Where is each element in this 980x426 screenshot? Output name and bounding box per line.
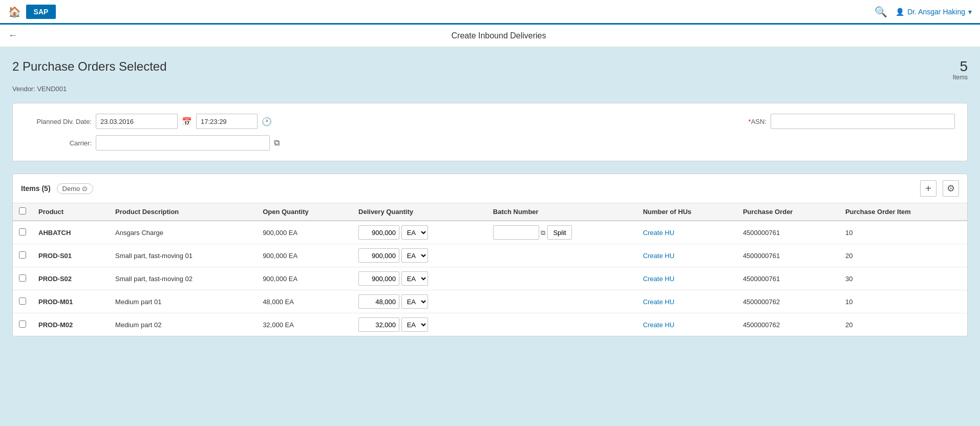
delivery-qty-input[interactable] (358, 294, 399, 309)
row-product: PROD-M01 (32, 290, 109, 313)
row-purchase-order: 4500000761 (737, 267, 839, 290)
delivery-qty-input[interactable] (358, 317, 399, 332)
row-batch-number: ⧉Split (487, 221, 637, 244)
svg-text:SAP: SAP (34, 8, 49, 16)
nav-bar: ← Create Inbound Deliveries (0, 25, 980, 47)
row-purchase-order: 4500000761 (737, 221, 839, 244)
col-delivery-qty: Delivery Quantity (352, 203, 487, 221)
create-hu-link[interactable]: Create HU (643, 275, 674, 283)
carrier-group: Carrier: ⧉ (25, 135, 955, 151)
table-header: Product Product Description Open Quantit… (13, 203, 967, 221)
row-batch-number (487, 313, 637, 336)
search-icon[interactable]: 🔍 (875, 6, 887, 18)
carrier-input[interactable] (96, 135, 270, 151)
select-all-checkbox[interactable] (19, 207, 26, 215)
row-checkbox-cell (13, 244, 32, 267)
form-card: Planned Dlv. Date: 📅 🕐 *ASN: Carrier: ⧉ (12, 103, 968, 161)
planned-dlv-date-input[interactable] (96, 114, 178, 129)
row-number-of-hus: Create HU (637, 267, 737, 290)
create-hu-link[interactable]: Create HU (643, 298, 674, 306)
row-delivery-qty: EA (352, 267, 487, 290)
row-delivery-qty: EA (352, 290, 487, 313)
row-product: AHBATCH (32, 221, 109, 244)
view-label: Demo (62, 185, 80, 193)
delivery-qty-input[interactable] (358, 225, 399, 240)
row-checkbox[interactable] (19, 321, 26, 328)
row-checkbox[interactable] (19, 297, 26, 305)
delivery-qty-input[interactable] (358, 271, 399, 286)
batch-copy-icon[interactable]: ⧉ (539, 229, 546, 237)
split-button[interactable]: Split (547, 225, 571, 240)
carrier-copy-icon[interactable]: ⧉ (274, 138, 280, 147)
asn-label: *ASN: (749, 118, 766, 125)
user-menu[interactable]: 👤 Dr. Ansgar Haking ▾ (896, 8, 972, 16)
delivery-unit-select[interactable]: EA (401, 248, 428, 263)
batch-number-input[interactable] (493, 225, 539, 240)
sap-logo: SAP (30, 6, 52, 17)
items-count-number: 5 (953, 59, 968, 74)
back-button[interactable]: ← (8, 30, 17, 41)
view-selector[interactable]: Demo ⊙ (57, 183, 94, 194)
row-description: Ansgars Charge (109, 221, 257, 244)
col-num-hus: Number of HUs (637, 203, 737, 221)
row-open-qty: 900,000 EA (257, 244, 352, 267)
planned-dlv-time-input[interactable] (196, 114, 258, 129)
delivery-unit-select[interactable]: EA (401, 317, 428, 332)
home-icon[interactable]: 🏠 (8, 6, 21, 18)
user-icon: 👤 (896, 8, 904, 16)
page-title: Create Inbound Deliveries (26, 31, 972, 40)
asn-input[interactable] (771, 114, 955, 129)
calendar-icon[interactable]: 📅 (182, 117, 192, 126)
items-table: Product Product Description Open Quantit… (13, 203, 967, 336)
vendor-label: Vendor: VEND001 (12, 85, 968, 93)
create-hu-link[interactable]: Create HU (643, 321, 674, 329)
row-checkbox[interactable] (19, 274, 26, 282)
asn-group: *ASN: (284, 114, 955, 129)
table-row: PROD-S02Small part, fast-moving 02900,00… (13, 267, 967, 290)
row-delivery-qty: EA (352, 221, 487, 244)
row-checkbox-cell (13, 313, 32, 336)
header-right: 🔍 👤 Dr. Ansgar Haking ▾ (875, 6, 972, 18)
row-purchase-order: 4500000762 (737, 313, 839, 336)
summary-header: 2 Purchase Orders Selected 5 Items (12, 59, 968, 81)
summary-title: 2 Purchase Orders Selected (12, 59, 167, 74)
delivery-unit-select[interactable]: EA (401, 271, 428, 286)
row-number-of-hus: Create HU (637, 313, 737, 336)
items-tbody: AHBATCHAnsgars Charge900,000 EA EA ⧉Spli… (13, 221, 967, 336)
row-po-item: 20 (839, 313, 967, 336)
create-hu-link[interactable]: Create HU (643, 229, 674, 237)
settings-button[interactable]: ⚙ (943, 180, 959, 197)
col-product-desc: Product Description (109, 203, 257, 221)
col-batch-number: Batch Number (487, 203, 637, 221)
user-chevron-icon: ▾ (968, 8, 972, 16)
row-description: Small part, fast-moving 01 (109, 244, 257, 267)
table-row: PROD-M02Medium part 0232,000 EA EACreate… (13, 313, 967, 336)
row-open-qty: 900,000 EA (257, 221, 352, 244)
row-batch-number (487, 244, 637, 267)
add-item-button[interactable]: + (920, 180, 936, 197)
row-po-item: 10 (839, 290, 967, 313)
col-purchase-order: Purchase Order (737, 203, 839, 221)
row-product: PROD-S01 (32, 244, 109, 267)
row-po-item: 10 (839, 221, 967, 244)
row-checkbox[interactable] (19, 228, 26, 236)
table-row: PROD-S01Small part, fast-moving 01900,00… (13, 244, 967, 267)
clock-icon[interactable]: 🕐 (262, 117, 272, 126)
delivery-qty-input[interactable] (358, 248, 399, 263)
row-description: Small part, fast-moving 02 (109, 267, 257, 290)
row-po-item: 20 (839, 244, 967, 267)
row-number-of-hus: Create HU (637, 290, 737, 313)
row-checkbox[interactable] (19, 251, 26, 259)
header: 🏠 SAP 🔍 👤 Dr. Ansgar Haking ▾ (0, 0, 980, 25)
row-purchase-order: 4500000761 (737, 244, 839, 267)
delivery-unit-select[interactable]: EA (401, 294, 428, 309)
items-count-box: 5 Items (953, 59, 968, 81)
items-count-label: Items (953, 74, 968, 81)
delivery-unit-select[interactable]: EA (401, 225, 428, 240)
create-hu-link[interactable]: Create HU (643, 252, 674, 260)
row-po-item: 30 (839, 267, 967, 290)
table-row: PROD-M01Medium part 0148,000 EA EACreate… (13, 290, 967, 313)
items-section-title: Items (5) (21, 184, 51, 193)
items-section: Items (5) Demo ⊙ + ⚙ Product Product Des… (12, 174, 968, 336)
row-checkbox-cell (13, 290, 32, 313)
